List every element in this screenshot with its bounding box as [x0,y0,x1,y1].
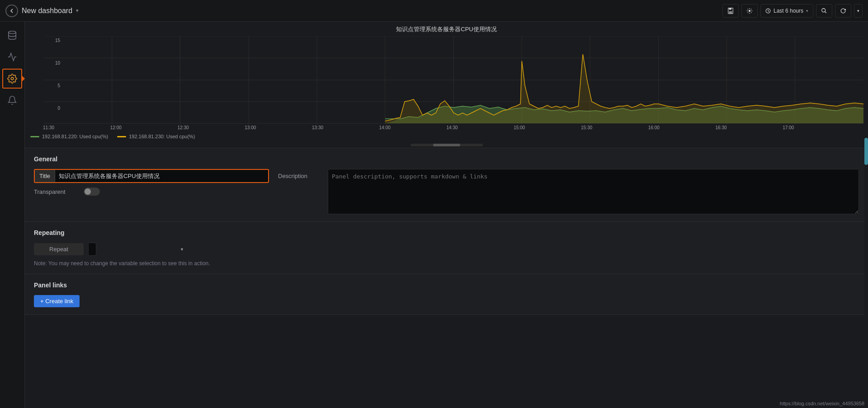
description-textarea[interactable] [328,169,859,214]
save-icon [727,8,734,14]
dashboard-title-text: New dashboard [22,7,72,15]
panel-links-section: Panel links + Create link [25,274,868,315]
search-button[interactable] [816,4,832,18]
legend-item-230: 192.168.81.230: Used cpu(%) [117,134,195,139]
settings-button[interactable] [741,4,758,18]
x-label: 14:30 [447,125,458,130]
refresh-dropdown-icon: ▾ [857,9,859,13]
create-link-button[interactable]: + Create link [34,295,80,307]
chart-scrollbar-thumb[interactable] [433,144,460,146]
sidebar-item-general[interactable] [2,69,22,89]
panel-editor: General Title Transparent [25,148,868,408]
search-icon [821,8,827,14]
title-field-label: Title [35,170,55,182]
sidebar-item-visualization[interactable] [2,47,22,67]
main-container: 知识点管理系统各服务器CPU使用情况 15 10 5 0 [0,22,868,408]
general-section: General Title Transparent [25,148,868,222]
back-button[interactable] [5,5,18,17]
description-field-row: Description [278,169,859,214]
right-scrollbar[interactable] [864,22,868,408]
transparent-toggle[interactable] [84,188,100,196]
svg-point-6 [9,31,16,34]
legend-item-220: 192.168.81.220: Used cpu(%) [30,134,108,139]
sidebar-item-data[interactable] [2,25,22,45]
title-field-row: Title [34,169,269,183]
time-range-dropdown-icon: ▾ [806,9,808,13]
x-label: 16:30 [716,125,727,130]
sidebar-item-alert[interactable] [2,90,22,110]
repeat-row: Repeat [34,243,859,256]
time-range-label: Last 6 hours [774,8,803,14]
transparent-label: Transparent [34,188,84,195]
chart-title: 知识点管理系统各服务器CPU使用情况 [25,25,868,33]
x-label: 12:30 [178,125,189,130]
legend-label-220: 192.168.81.220: Used cpu(%) [42,134,108,139]
svg-point-3 [749,9,750,11]
x-label: 15:30 [581,125,592,130]
x-axis: 11:30 12:00 12:30 13:00 13:30 14:00 14:3… [25,124,868,130]
svg-point-5 [822,8,826,12]
x-label: 15:00 [514,125,525,130]
refresh-button[interactable] [835,4,851,18]
active-arrow [21,75,25,82]
refresh-icon [840,8,846,14]
sidebar [0,22,25,408]
settings-icon [746,8,753,14]
chart-icon [7,52,17,62]
topbar: New dashboard ▾ Last 6 hours ▾ [0,0,868,22]
legend-line-green [30,136,39,137]
x-label: 17:00 [783,125,794,130]
repeat-select[interactable] [88,243,96,256]
panel-links-title: Panel links [34,281,859,289]
title-field-wrapper: Title [34,169,269,183]
title-input[interactable] [55,170,268,182]
save-button[interactable] [722,4,739,18]
description-label: Description [278,169,328,179]
chart-panel: 知识点管理系统各服务器CPU使用情况 15 10 5 0 [25,22,868,148]
repeat-select-wrapper [88,243,188,256]
layers-icon [7,30,17,40]
dashboard-dropdown-icon: ▾ [76,8,79,14]
gear-icon [7,74,17,84]
chart-legend: 192.168.81.220: Used cpu(%) 192.168.81.2… [25,130,868,143]
clock-icon [765,8,771,14]
bell-icon [7,95,17,105]
legend-line-yellow [117,136,126,137]
form-grid: Title Transparent [34,169,859,214]
form-right: Description [278,169,859,214]
general-section-title: General [34,155,859,163]
repeat-note: Note: You may need to change the variabl… [34,260,859,267]
refresh-dropdown-button[interactable]: ▾ [854,4,863,18]
create-link-label: + Create link [40,298,73,305]
url-bar: https://blog.csdn.net/weixin_44953658 [776,399,868,408]
x-label: 16:00 [648,125,660,130]
url-text: https://blog.csdn.net/weixin_44953658 [780,401,864,406]
form-left: Title Transparent [34,169,269,214]
right-scrollbar-thumb[interactable] [864,138,868,165]
time-range-picker[interactable]: Last 6 hours ▾ [760,4,813,18]
svg-point-7 [11,77,14,80]
x-label: 14:00 [379,125,391,130]
transparent-field-row: Transparent [34,188,269,196]
x-label: 13:00 [245,125,256,130]
chart-svg [44,36,863,124]
x-label: 13:30 [312,125,323,130]
x-label: 12:00 [110,125,122,130]
x-label: 11:30 [43,125,54,130]
content-area: 知识点管理系统各服务器CPU使用情况 15 10 5 0 [25,22,868,408]
repeat-label: Repeat [34,243,84,255]
topbar-right: Last 6 hours ▾ ▾ [722,4,863,18]
topbar-left: New dashboard ▾ [5,5,79,17]
chart-scrollbar-track[interactable] [410,144,483,146]
chart-scrollbar-area [25,143,868,147]
toggle-thumb [85,188,91,195]
repeating-section-title: Repeating [34,229,859,236]
dashboard-title[interactable]: New dashboard ▾ [22,7,79,15]
legend-label-230: 192.168.81.230: Used cpu(%) [129,134,195,139]
repeating-section: Repeating Repeat Note: You may need to c… [25,222,868,274]
svg-rect-2 [729,11,732,13]
svg-rect-1 [729,8,731,9]
